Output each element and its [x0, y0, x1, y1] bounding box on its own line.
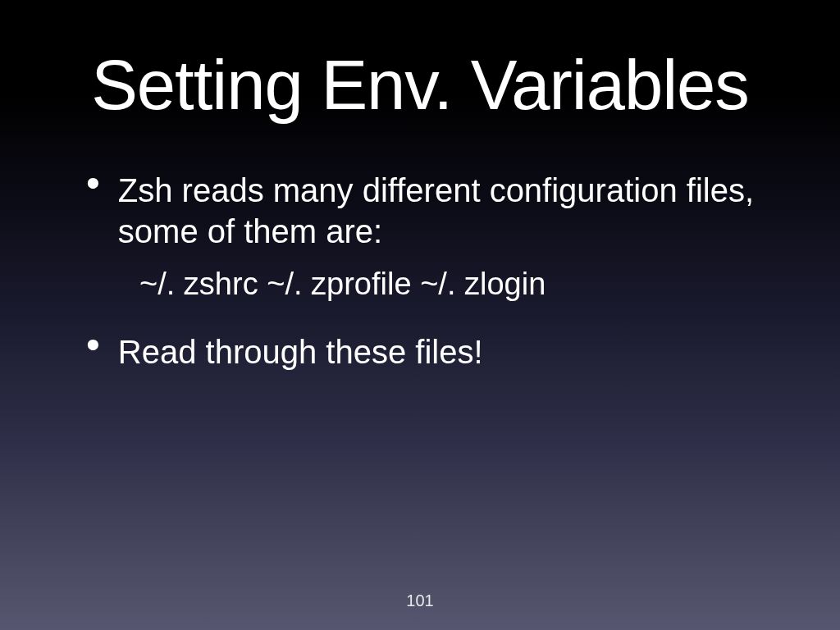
bullet-text-2: Read through these files! — [118, 328, 483, 372]
bullet-icon: • — [86, 167, 100, 200]
bullet-icon: • — [86, 328, 100, 362]
page-number: 101 — [406, 591, 433, 610]
bullet-item-2: • Read through these files! — [86, 328, 766, 372]
slide-content: • Zsh reads many different configuration… — [41, 167, 799, 614]
slide-title: Setting Env. Variables — [41, 45, 799, 126]
bullet-text-1: Zsh reads many different configuration f… — [118, 167, 766, 252]
bullet-item-1: • Zsh reads many different configuration… — [86, 167, 766, 252]
slide-container: Setting Env. Variables • Zsh reads many … — [0, 0, 840, 630]
config-file-list: ~/. zshrc ~/. zprofile ~/. zlogin — [139, 267, 766, 302]
